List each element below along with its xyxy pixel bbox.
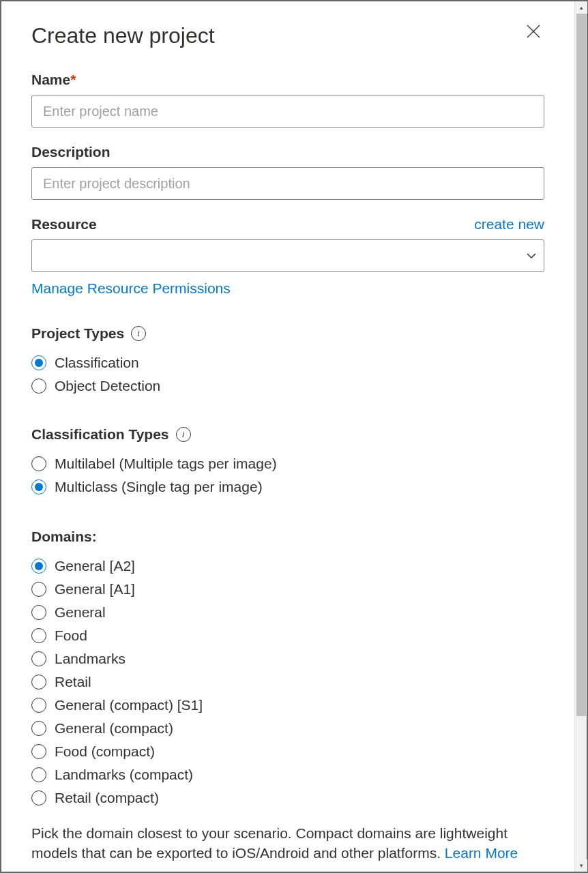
- resource-label: Resource: [31, 216, 97, 233]
- domain-option[interactable]: General: [31, 601, 544, 624]
- close-icon: [525, 23, 542, 40]
- radio-button[interactable]: [31, 721, 46, 736]
- radio-label: Multilabel (Multiple tags per image): [55, 456, 277, 472]
- radio-button[interactable]: [31, 355, 46, 370]
- radio-label: General [A1]: [55, 581, 135, 597]
- radio-button[interactable]: [31, 605, 46, 620]
- radio-button[interactable]: [31, 456, 46, 471]
- radio-button[interactable]: [31, 628, 46, 643]
- radio-label: Food: [55, 627, 87, 644]
- radio-button[interactable]: [31, 744, 46, 759]
- domain-option[interactable]: General (compact): [31, 717, 544, 740]
- dialog-title: Create new project: [31, 23, 215, 48]
- radio-button[interactable]: [31, 790, 46, 805]
- radio-button[interactable]: [31, 582, 46, 597]
- radio-button[interactable]: [31, 379, 46, 394]
- classification-type-option[interactable]: Multiclass (Single tag per image): [31, 475, 544, 499]
- domain-option[interactable]: Retail: [31, 670, 544, 694]
- manage-resource-permissions-link[interactable]: Manage Resource Permissions: [31, 280, 231, 297]
- domain-option[interactable]: Landmarks (compact): [31, 763, 544, 786]
- resource-select[interactable]: [31, 239, 544, 272]
- domain-option[interactable]: Food: [31, 624, 544, 647]
- resource-field-group: Resource create new Manage Resource Perm…: [31, 216, 544, 297]
- scroll-down-arrow[interactable]: ▾: [575, 859, 587, 872]
- radio-label: Landmarks: [55, 651, 126, 667]
- radio-label: Retail: [55, 674, 91, 690]
- radio-label: Classification: [55, 355, 139, 371]
- radio-button[interactable]: [31, 651, 46, 666]
- name-field-group: Name*: [31, 72, 544, 128]
- domains-group: Domains: General [A2]General [A1]General…: [31, 515, 544, 863]
- radio-label: Multiclass (Single tag per image): [55, 479, 263, 495]
- radio-label: Landmarks (compact): [55, 767, 193, 783]
- radio-label: General: [55, 604, 106, 621]
- radio-button[interactable]: [31, 698, 46, 713]
- domains-help-text: Pick the domain closest to your scenario…: [31, 823, 544, 863]
- radio-label: Food (compact): [55, 743, 155, 760]
- info-icon[interactable]: i: [131, 326, 146, 341]
- description-label: Description: [31, 144, 544, 160]
- scroll-up-arrow[interactable]: ▴: [575, 1, 587, 14]
- info-icon[interactable]: i: [176, 427, 191, 442]
- scrollbar-thumb[interactable]: [576, 14, 586, 716]
- project-type-option[interactable]: Classification: [31, 351, 544, 374]
- domain-option[interactable]: General [A2]: [31, 554, 544, 578]
- name-label: Name*: [31, 72, 544, 88]
- domain-option[interactable]: Food (compact): [31, 740, 544, 763]
- domain-option[interactable]: Retail (compact): [31, 786, 544, 810]
- project-type-option[interactable]: Object Detection: [31, 374, 544, 398]
- create-new-resource-link[interactable]: create new: [474, 216, 544, 233]
- domain-option[interactable]: General [A1]: [31, 578, 544, 601]
- project-types-group: Project Types i ClassificationObject Det…: [31, 313, 544, 398]
- radio-button[interactable]: [31, 479, 46, 494]
- classification-type-option[interactable]: Multilabel (Multiple tags per image): [31, 452, 544, 475]
- domain-option[interactable]: General (compact) [S1]: [31, 694, 544, 717]
- domain-option[interactable]: Landmarks: [31, 647, 544, 670]
- radio-label: General (compact): [55, 720, 173, 737]
- radio-label: Object Detection: [55, 378, 160, 394]
- scrollbar-track[interactable]: ▴ ▾: [574, 1, 587, 872]
- radio-label: General (compact) [S1]: [55, 697, 203, 713]
- project-types-label: Project Types: [31, 325, 124, 342]
- classification-types-group: Classification Types i Multilabel (Multi…: [31, 414, 544, 499]
- learn-more-link[interactable]: Learn More: [445, 845, 518, 861]
- radio-button[interactable]: [31, 767, 46, 782]
- radio-label: General [A2]: [55, 558, 135, 574]
- required-indicator: *: [70, 72, 76, 87]
- description-input[interactable]: [31, 167, 544, 200]
- radio-button[interactable]: [31, 675, 46, 690]
- radio-label: Retail (compact): [55, 790, 159, 806]
- create-project-dialog: Create new project Name* Description Res…: [3, 3, 573, 870]
- name-input[interactable]: [31, 95, 544, 128]
- domains-label: Domains:: [31, 529, 97, 545]
- classification-types-label: Classification Types: [31, 426, 169, 443]
- close-button[interactable]: [523, 20, 544, 45]
- description-field-group: Description: [31, 144, 544, 200]
- radio-button[interactable]: [31, 559, 46, 574]
